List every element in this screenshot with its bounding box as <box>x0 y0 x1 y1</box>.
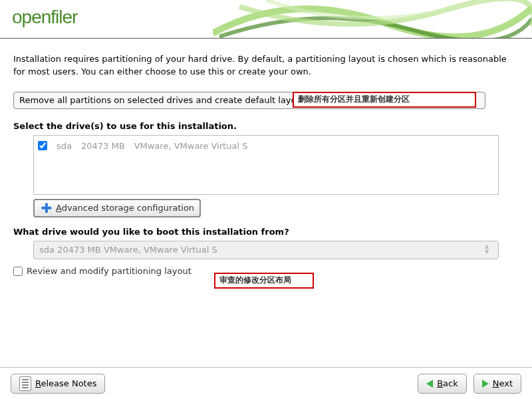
header-swirl-decoration <box>213 0 532 39</box>
main-content: Installation requires partitioning of yo… <box>0 39 532 276</box>
release-notes-button[interactable]: Release Notes <box>11 374 105 394</box>
document-icon <box>19 376 31 391</box>
drive-desc: VMware, VMware Virtual S <box>134 141 248 151</box>
boot-label: What drive would you like to boot this i… <box>13 227 519 237</box>
boot-drive-value: sda 20473 MB VMware, VMware Virtual S <box>39 245 217 255</box>
arrow-right-icon <box>482 380 489 388</box>
drive-size: 20473 MB <box>81 141 125 151</box>
drive-list: sda 20473 MB VMware, VMware Virtual S <box>33 135 499 195</box>
drives-label: Select the drive(s) to use for this inst… <box>13 121 519 131</box>
annotation-layout: 删除所有分区并且重新创建分区 <box>293 92 476 108</box>
review-row: Review and modify partitioning layout 审查… <box>13 266 519 276</box>
partition-layout-row: Remove all partitions on selected drives… <box>13 92 519 109</box>
drive-row[interactable]: sda 20473 MB VMware, VMware Virtual S <box>38 141 494 151</box>
drive-name: sda <box>57 141 72 151</box>
back-button[interactable]: Back <box>418 374 467 394</box>
intro-text: Installation requires partitioning of yo… <box>13 53 519 78</box>
review-label: Review and modify partitioning layout <box>27 266 192 276</box>
partition-layout-value: Remove all partitions on selected drives… <box>14 95 311 105</box>
footer-bar: Release Notes Back Next <box>0 367 532 399</box>
boot-drive-select[interactable]: sda 20473 MB VMware, VMware Virtual S ▲▼ <box>33 241 499 259</box>
logo: openfiler <box>12 7 77 28</box>
next-button[interactable]: Next <box>473 374 521 394</box>
spinner-icon: ▲▼ <box>485 243 495 256</box>
arrow-left-icon <box>426 380 433 388</box>
plus-icon: ✚ <box>40 201 53 215</box>
review-checkbox[interactable] <box>13 267 23 276</box>
annotation-review: 审查的修改分区布局 <box>214 273 314 289</box>
header: openfiler <box>0 0 532 39</box>
drive-checkbox[interactable] <box>38 141 47 150</box>
advanced-storage-button[interactable]: ✚ Advanced storage configuration <box>33 199 201 217</box>
